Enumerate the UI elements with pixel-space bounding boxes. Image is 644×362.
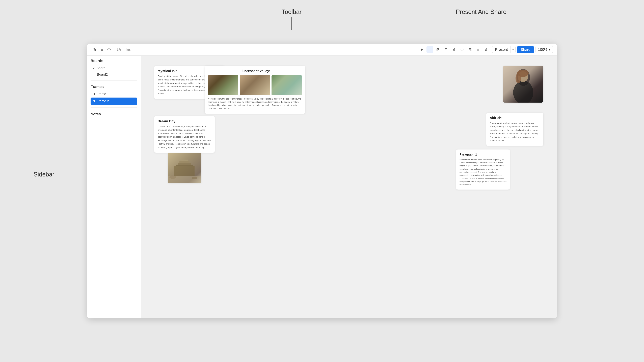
paragraph-title: Paragraph 1 (460, 153, 506, 156)
boards-add-button[interactable]: + (132, 58, 137, 63)
aldrich-text: A strong and resilient warrior donned in… (490, 121, 540, 142)
frames-section: Frames ⊞ Frame 1 ⊞ Frame 2 (87, 82, 141, 106)
text-tool[interactable] (426, 46, 433, 53)
present-button[interactable]: Present ▾ (492, 46, 516, 53)
boards-header: Boards + (90, 58, 137, 63)
zoom-caret: ▾ (548, 47, 550, 52)
sidebar-label: Sidebar (34, 171, 78, 178)
boards-title: Boards (90, 59, 103, 63)
share-button[interactable]: Share (517, 46, 534, 53)
board2-label: Board2 (97, 72, 108, 76)
board-check-icon: ✓ (92, 66, 95, 70)
present-label: Present (492, 47, 510, 52)
valley-images (208, 75, 302, 95)
svg-rect-15 (470, 50, 471, 51)
cursor-tool[interactable] (418, 46, 425, 53)
svg-rect-31 (174, 166, 194, 176)
sidebar-item-board[interactable]: ✓ Board (90, 65, 137, 71)
canvas-area[interactable]: Mystical Isle: Floating at the center of… (141, 56, 557, 319)
app-body: Boards + ✓ Board Board2 Frames (87, 56, 557, 319)
svg-rect-30 (176, 165, 193, 166)
notes-title: Notes (90, 112, 101, 116)
card-dream-city[interactable]: Dream City: Located on a colossal tree, … (154, 116, 215, 153)
toolbar-nav-icons (91, 46, 112, 53)
paragraph-text: Lorem ipsum dolor sit amet, consectetur … (460, 158, 506, 186)
sidebar-item-board2[interactable]: Board2 (90, 71, 137, 78)
canvas-content: Mystical Isle: Floating at the center of… (141, 56, 557, 319)
frame1-icon: ⊞ (92, 92, 95, 95)
zoom-control[interactable]: 100% ▾ (536, 46, 553, 53)
notes-add-button[interactable]: + (132, 112, 137, 117)
toolbar-right: Present ▾ Share 100% ▾ (492, 46, 553, 53)
toolbar-label: Toolbar (282, 8, 302, 30)
valley-image-2 (240, 75, 270, 95)
svg-rect-14 (469, 50, 470, 51)
toolbar-tools (418, 46, 490, 53)
sidebar: Boards + ✓ Board Board2 Frames (87, 56, 141, 319)
dream-title: Dream City: (158, 119, 211, 123)
card-paragraph[interactable]: Paragraph 1 Lorem ipsum dolor sit amet, … (456, 149, 510, 190)
svg-rect-29 (181, 160, 188, 161)
image-tool[interactable] (434, 46, 441, 53)
notes-section: Notes + (87, 109, 141, 118)
valley-image-3 (272, 75, 302, 95)
sidebar-divider-1 (90, 80, 137, 81)
code-tool[interactable] (459, 46, 466, 53)
frame2-icon: ⊞ (92, 99, 95, 103)
home-icon[interactable] (91, 46, 97, 53)
toolbar: Untitled (87, 43, 557, 56)
frame2-label: Frame 2 (96, 99, 109, 103)
dream-text: Located on a colossal tree, this city is… (158, 125, 211, 149)
valley-title: Fluorescent Valley: (208, 69, 302, 73)
boards-section: Boards + ✓ Board Board2 (87, 56, 141, 79)
board-label: Board (96, 66, 105, 70)
delete-tool[interactable] (483, 46, 490, 53)
svg-rect-13 (470, 48, 471, 49)
align-tool[interactable] (475, 46, 482, 53)
frame1-label: Frame 1 (96, 92, 109, 96)
svg-rect-12 (469, 48, 470, 49)
svg-point-34 (192, 177, 197, 179)
frames-title: Frames (90, 85, 137, 89)
zoom-label: 100% (538, 47, 548, 52)
svg-rect-27 (178, 163, 191, 165)
document-title[interactable]: Untitled (117, 47, 416, 52)
portrait-image (503, 66, 544, 103)
card-fluorescent-valley[interactable]: Fluorescent Valley: Nestled deep within … (204, 66, 305, 114)
valley-description: Nestled deep within the colorful forest,… (208, 97, 302, 110)
card-aldrich[interactable]: Aldrich: A strong and resilient warrior … (486, 113, 544, 146)
present-caret[interactable]: ▾ (510, 46, 515, 53)
pen-tool[interactable] (451, 46, 457, 53)
info-icon[interactable] (106, 46, 112, 53)
list-icon[interactable] (98, 46, 105, 53)
svg-rect-28 (180, 161, 190, 163)
aldrich-title: Aldrich: (490, 116, 540, 120)
svg-point-25 (516, 73, 521, 83)
sidebar-item-frame1[interactable]: ⊞ Frame 1 (90, 90, 137, 97)
sidebar-divider-2 (90, 107, 137, 108)
embed-tool[interactable] (442, 46, 449, 53)
svg-point-10 (437, 49, 438, 49)
valley-image-1 (208, 75, 238, 95)
app-window: Untitled (87, 43, 557, 319)
present-share-label: Present And Share (456, 8, 506, 30)
ruins-image (168, 153, 201, 183)
notes-header: Notes + (90, 112, 137, 117)
grid-tool[interactable] (467, 46, 474, 53)
svg-point-33 (170, 175, 176, 179)
sidebar-item-frame2[interactable]: ⊞ Frame 2 (90, 97, 137, 105)
